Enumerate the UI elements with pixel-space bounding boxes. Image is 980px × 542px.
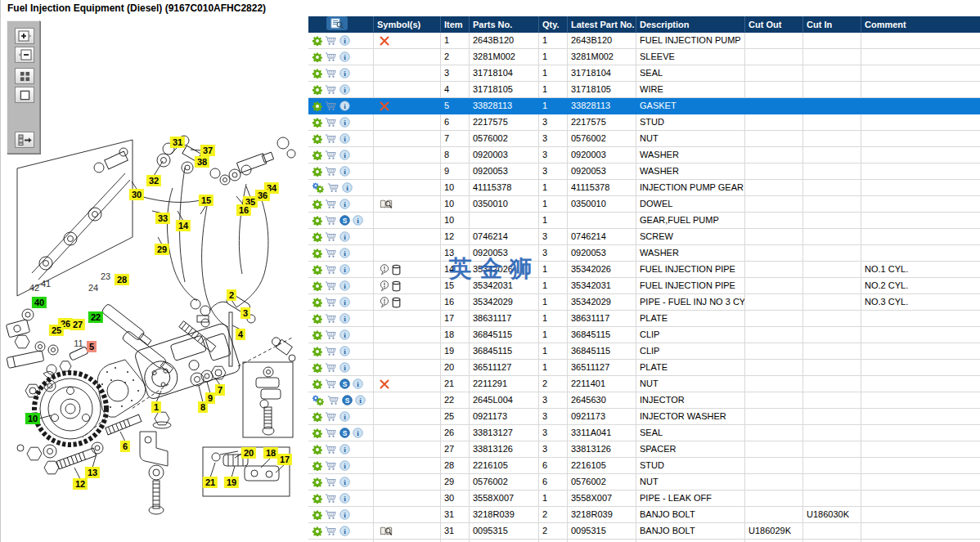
config-gear-icon[interactable] <box>312 379 322 389</box>
table-row[interactable]: i12643B12012643B120FUEL INJECTION PUMP <box>308 33 980 49</box>
info-icon[interactable]: i <box>339 68 350 78</box>
diagram-item-label-29[interactable]: 29 <box>155 244 169 255</box>
info-icon[interactable]: i <box>339 231 350 242</box>
diagram-item-label-15[interactable]: 15 <box>199 195 214 206</box>
diagram-item-label-4[interactable]: 4 <box>236 329 245 340</box>
config-gear-icon[interactable] <box>312 134 322 144</box>
info-icon[interactable]: i <box>339 84 350 95</box>
info-icon[interactable]: i <box>339 460 350 471</box>
config-gear-icon[interactable] <box>312 330 322 340</box>
column-header-sym[interactable]: Symbol(s) <box>374 16 441 33</box>
column-header-item[interactable]: Item <box>441 16 470 33</box>
table-row[interactable]: i13092005330920053WASHER <box>308 245 980 262</box>
info-icon[interactable]: i <box>339 411 350 422</box>
cart-icon[interactable] <box>325 346 337 356</box>
diagram-item-label-38[interactable]: 38 <box>195 156 209 168</box>
table-row[interactable]: Si21221129122211401NUT <box>308 376 980 392</box>
diagram-item-label-17[interactable]: 17 <box>277 454 292 465</box>
cart-icon[interactable] <box>325 428 337 438</box>
stock-icon[interactable]: S <box>339 215 350 226</box>
config-gear-icon[interactable] <box>312 477 322 487</box>
export-panel-button[interactable] <box>15 132 34 148</box>
diagram-item-label-24[interactable]: 24 <box>88 282 99 293</box>
table-row[interactable]: Si222645L00432645630INJECTOR <box>308 392 980 409</box>
diagram-item-label-30[interactable]: 30 <box>129 189 144 200</box>
diagram-item-label-18[interactable]: 18 <box>263 447 278 459</box>
column-header-qty[interactable]: Qty. <box>539 16 568 33</box>
cart-icon[interactable] <box>325 444 337 455</box>
config-gear-icon[interactable] <box>312 69 322 78</box>
table-row[interactable]: i1041115378141115378INJECTION PUMP GEAR <box>308 180 980 196</box>
cart-icon[interactable] <box>325 101 337 111</box>
config-gear-icon[interactable] <box>312 232 322 242</box>
diagram-item-label-41[interactable]: 41 <box>40 278 52 289</box>
info-icon[interactable]: i <box>339 346 350 356</box>
info-icon[interactable]: i <box>339 101 350 111</box>
cart-icon[interactable] <box>325 509 337 520</box>
cart-icon[interactable] <box>327 395 339 405</box>
table-row[interactable]: i31009531520095315BANJO BOLTU186029K <box>308 523 980 540</box>
column-header-comment[interactable]: Comment <box>861 16 980 33</box>
cart-icon[interactable] <box>325 297 337 307</box>
config-gear-icon[interactable] <box>312 85 322 95</box>
fit-view-button[interactable] <box>15 87 34 103</box>
diagram-item-label-19[interactable]: 19 <box>224 477 239 488</box>
diagram-item-label-3[interactable]: 3 <box>241 307 250 319</box>
diagram-item-label-2[interactable]: 2 <box>227 289 236 301</box>
table-row[interactable]: i23281M00213281M002SLEEVE <box>308 49 980 65</box>
table-row[interactable]: i313218R03923218R039BANJO BOLTU186030K <box>308 507 980 523</box>
diagram-item-label-33[interactable]: 33 <box>155 213 170 224</box>
table-row[interactable]: i1635342029135342029PIPE - FUEL INJ NO 3… <box>308 294 980 311</box>
diagram-item-label-12[interactable]: 12 <box>73 478 88 490</box>
column-header-cutin[interactable]: Cut In <box>803 16 861 33</box>
table-row[interactable]: i1738631117138631117PLATE <box>308 311 980 327</box>
cart-icon[interactable] <box>325 248 337 258</box>
cart-icon[interactable] <box>325 493 337 504</box>
diagram-item-label-42[interactable]: 42 <box>29 282 40 293</box>
diagram-item-label-25[interactable]: 25 <box>49 325 64 336</box>
cart-icon[interactable] <box>325 199 337 209</box>
config-gear-icon[interactable] <box>312 281 322 291</box>
alternatives-gear-icon[interactable] <box>312 182 325 194</box>
column-header-latest[interactable]: Latest Part No. <box>568 16 636 33</box>
info-icon[interactable]: i <box>339 444 350 455</box>
info-icon[interactable]: i <box>353 379 363 389</box>
config-gear-icon[interactable] <box>312 494 322 504</box>
info-icon[interactable]: i <box>339 199 350 209</box>
info-icon[interactable]: i <box>353 215 363 226</box>
table-row[interactable]: i303558X00713558X007PIPE - LEAK OFF <box>308 490 980 507</box>
info-icon[interactable]: i <box>339 297 350 307</box>
diagram-item-label-21[interactable]: 21 <box>203 477 218 488</box>
info-icon[interactable]: i <box>339 313 350 324</box>
info-icon[interactable]: i <box>342 182 353 193</box>
config-gear-icon[interactable] <box>312 265 322 275</box>
diagram-item-label-11[interactable]: 11 <box>73 338 83 349</box>
config-gear-icon[interactable] <box>312 510 322 520</box>
cart-icon[interactable] <box>325 477 337 487</box>
config-gear-icon[interactable] <box>312 526 322 536</box>
info-icon[interactable]: i <box>339 362 350 373</box>
diagram-item-label-1[interactable]: 1 <box>151 401 161 413</box>
cart-icon[interactable] <box>325 52 337 62</box>
diagram-item-label-7[interactable]: 7 <box>215 384 225 396</box>
config-gear-icon[interactable] <box>312 52 322 62</box>
info-icon[interactable]: i <box>339 493 350 504</box>
table-row[interactable]: i12074621430746214SCREW <box>308 229 980 245</box>
table-row[interactable]: i29057600260576002NUT <box>308 474 980 490</box>
config-gear-icon[interactable] <box>312 249 322 258</box>
cart-icon[interactable] <box>327 182 339 193</box>
config-gear-icon[interactable] <box>312 461 322 471</box>
table-row[interactable]: i7057600230576002NUT <box>308 131 980 147</box>
info-icon[interactable]: i <box>339 477 350 487</box>
table-row[interactable]: i533828113133828113GASKET <box>308 98 980 114</box>
alternatives-gear-icon[interactable] <box>312 395 325 406</box>
config-gear-icon[interactable] <box>312 216 322 226</box>
info-icon[interactable]: i <box>339 280 350 291</box>
diagram-item-label-5[interactable]: 5 <box>87 341 97 352</box>
zoom-out-button[interactable] <box>15 47 34 63</box>
diagram-item-label-8[interactable]: 8 <box>198 401 208 413</box>
table-row[interactable]: i1535342031135342031FUEL INJECTION PIPEN… <box>308 278 980 294</box>
cart-icon[interactable] <box>325 280 337 291</box>
config-gear-icon[interactable] <box>312 314 322 324</box>
config-gear-icon[interactable] <box>312 167 322 177</box>
